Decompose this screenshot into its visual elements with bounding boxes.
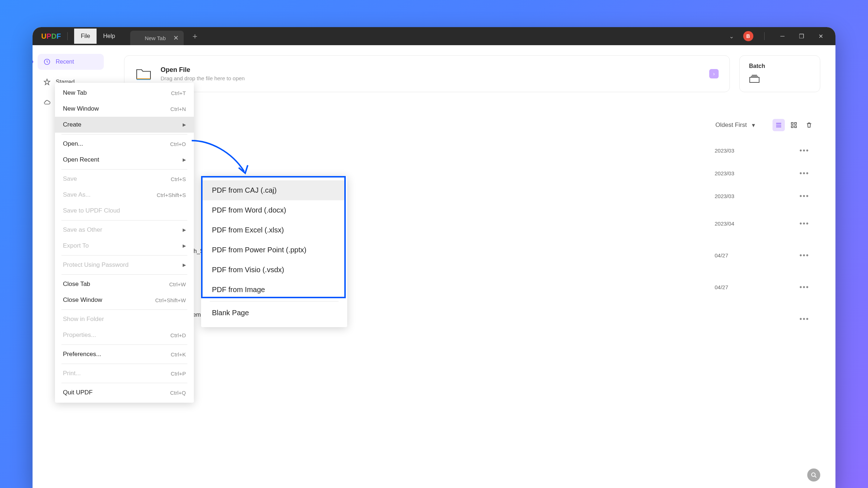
svg-point-6	[812, 473, 815, 476]
app-logo: UPDF	[41, 32, 61, 40]
menu-item: Save to UPDF Cloud	[55, 203, 194, 219]
file-date: 2023/03	[715, 193, 787, 199]
more-icon[interactable]: •••	[793, 169, 815, 177]
menu-item[interactable]: Preferences...Ctrl+K	[55, 346, 194, 362]
menu-item: Show in Folder	[55, 311, 194, 327]
submenu-item[interactable]: Blank Page	[203, 303, 346, 323]
svg-rect-2	[791, 123, 793, 124]
file-row[interactable]: 2023/03•••	[124, 139, 815, 162]
menu-item[interactable]: Open...Ctrl+O	[55, 136, 194, 152]
batch-title: Batch	[749, 63, 810, 69]
body: Recent Starred UPDF Clou Open File Drag …	[33, 45, 835, 488]
create-submenu: PDF from CAJ (.caj)PDF from Word (.docx)…	[201, 176, 347, 327]
menu-item: Print...Ctrl+P	[55, 365, 194, 381]
menu-item[interactable]: Close TabCtrl+W	[55, 276, 194, 292]
close-button[interactable]: ✕	[813, 31, 828, 42]
more-icon[interactable]: •••	[793, 251, 815, 260]
chevron-down-icon: ▾	[752, 121, 755, 129]
menu-item[interactable]: Close WindowCtrl+Shift+W	[55, 292, 194, 308]
sidebar-item-recent[interactable]: Recent	[38, 54, 104, 70]
file-date: 2023/03	[715, 170, 787, 176]
menu-item[interactable]: New WindowCtrl+N	[55, 101, 194, 117]
menu-item[interactable]: Quit UPDFCtrl+Q	[55, 385, 194, 401]
add-tab-button[interactable]: ＋	[191, 31, 199, 42]
app-window: UPDF File Help New Tab ✕ ＋ ⌄ B ─ ❐ ✕ Rec…	[33, 27, 835, 488]
close-icon[interactable]: ✕	[173, 34, 179, 42]
open-file-title: Open File	[161, 66, 245, 74]
file-menu: New TabCtrl+TNew WindowCtrl+NCreate▶Open…	[55, 83, 194, 403]
menu-item: Protect Using Password▶	[55, 257, 194, 273]
svg-rect-5	[795, 126, 796, 128]
more-icon[interactable]: •••	[793, 192, 815, 200]
file-date: 04/27	[715, 284, 787, 290]
file-date: 2023/03	[715, 147, 787, 154]
maximize-button[interactable]: ❐	[794, 31, 809, 42]
submenu-item[interactable]: PDF from Power Point (.pptx)	[203, 240, 346, 260]
open-file-card[interactable]: Open File Drag and drop the file here to…	[124, 55, 730, 92]
submenu-item[interactable]: PDF from Excel (.xlsx)	[203, 220, 346, 240]
tab-new[interactable]: New Tab ✕	[130, 31, 184, 45]
more-icon[interactable]: •••	[793, 315, 815, 323]
menu-item[interactable]: Open Recent▶	[55, 152, 194, 168]
menu-file[interactable]: File	[74, 29, 97, 44]
menu-help[interactable]: Help	[97, 29, 122, 44]
menu-item[interactable]: Create▶	[55, 117, 194, 133]
arrow-right-icon: ›	[709, 69, 719, 78]
tab-label: New Tab	[145, 35, 166, 41]
submenu-item[interactable]: PDF from Visio (.vsdx)	[203, 260, 346, 280]
avatar[interactable]: B	[743, 31, 753, 41]
more-icon[interactable]: •••	[793, 146, 815, 155]
menu-item: Properties...Ctrl+D	[55, 327, 194, 343]
active-indicator	[33, 60, 33, 63]
grid-view-button[interactable]	[788, 119, 800, 131]
sidebar-label: Recent	[56, 59, 74, 65]
batch-card[interactable]: Batch	[739, 55, 820, 92]
file-date: 04/27	[715, 252, 787, 258]
menu-item: Save as Other▶	[55, 222, 194, 238]
svg-rect-3	[795, 123, 796, 124]
clock-icon	[43, 58, 51, 65]
cloud-icon	[43, 99, 51, 106]
submenu-item[interactable]: PDF from Word (.docx)	[203, 200, 346, 220]
more-icon[interactable]: •••	[793, 219, 815, 228]
trash-button[interactable]	[803, 119, 815, 131]
folder-icon	[135, 67, 152, 81]
sort-label: Oldest First	[715, 121, 747, 129]
search-button[interactable]	[807, 468, 820, 481]
menu-item: Save As...Ctrl+Shift+S	[55, 187, 194, 203]
svg-rect-4	[791, 126, 793, 128]
open-file-sub: Drag and drop the file here to open	[161, 75, 245, 81]
divider	[764, 32, 765, 40]
menu-item: SaveCtrl+S	[55, 171, 194, 187]
file-date: 2023/04	[715, 221, 787, 227]
menu-item[interactable]: New TabCtrl+T	[55, 85, 194, 101]
svg-rect-1	[750, 77, 759, 82]
minimize-button[interactable]: ─	[775, 31, 790, 42]
sort-dropdown[interactable]: Oldest First ▾	[715, 121, 770, 129]
divider	[67, 32, 68, 40]
chevron-down-icon[interactable]: ⌄	[724, 31, 739, 42]
submenu-item[interactable]: PDF from CAJ (.caj)	[203, 180, 346, 200]
titlebar: UPDF File Help New Tab ✕ ＋ ⌄ B ─ ❐ ✕	[33, 27, 835, 45]
more-icon[interactable]: •••	[793, 283, 815, 291]
star-icon	[43, 78, 51, 86]
submenu-item[interactable]: PDF from Image	[203, 280, 346, 300]
batch-icon	[749, 74, 760, 83]
list-view-button[interactable]	[773, 119, 785, 131]
menu-item: Export To▶	[55, 238, 194, 254]
